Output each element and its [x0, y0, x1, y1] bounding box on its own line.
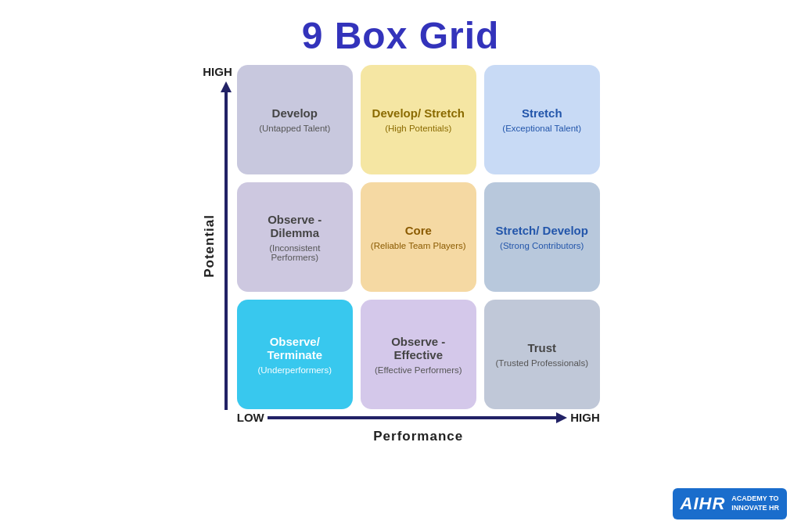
grid-box-stretch: Stretch(Exceptional Talent)	[484, 65, 600, 174]
box-title-develop: Develop	[272, 106, 318, 120]
grid-box-stretch-develop: Stretch/ Develop(Strong Contributors)	[484, 182, 600, 292]
x-arrow-right-icon	[556, 412, 567, 423]
y-axis-label: Potential	[202, 214, 217, 278]
box-title-stretch: Stretch	[522, 106, 562, 120]
chart-wrapper: HIGH Potential Develop(Untapped Talent)D…	[201, 65, 600, 444]
page-container: 9 Box Grid HIGH Potential Develop(Untapp…	[0, 0, 801, 532]
box-subtitle-observe-dilemma: (Inconsistent Performers)	[245, 243, 345, 262]
grid-box-develop-stretch: Develop/ Stretch(High Potentials)	[361, 65, 476, 174]
grid-box-observe-dilemma: Observe - Dilemma(Inconsistent Performer…	[237, 182, 353, 292]
box-subtitle-observe-effective: (Effective Performers)	[375, 365, 462, 375]
box-subtitle-observe-terminate: (Underperformers)	[257, 365, 332, 375]
x-axis-label: Performance	[373, 429, 463, 444]
box-subtitle-stretch-develop: (Strong Contributors)	[500, 241, 584, 250]
box-subtitle-core: (Reliable Team Players)	[371, 241, 466, 250]
nine-box-grid: Develop(Untapped Talent)Develop/ Stretch…	[237, 65, 600, 409]
aihr-logo: AIHR ACADEMY TOINNOVATE HR	[673, 488, 787, 519]
grid-box-trust: Trust(Trusted Professionals)	[484, 300, 600, 409]
box-title-stretch-develop: Stretch/ Develop	[496, 224, 588, 237]
grid-box-develop: Develop(Untapped Talent)	[237, 65, 353, 174]
box-title-observe-dilemma: Observe - Dilemma	[245, 213, 345, 239]
box-title-core: Core	[405, 224, 432, 237]
box-subtitle-develop: (Untapped Talent)	[259, 124, 330, 133]
x-axis-row: LOW HIGH	[237, 411, 600, 424]
grid-box-core: Core(Reliable Team Players)	[361, 182, 476, 292]
box-subtitle-develop-stretch: (High Potentials)	[385, 124, 451, 133]
box-subtitle-trust: (Trusted Professionals)	[496, 358, 588, 368]
box-title-develop-stretch: Develop/ Stretch	[372, 106, 465, 120]
box-title-trust: Trust	[527, 341, 556, 354]
aihr-sub-text: ACADEMY TOINNOVATE HR	[731, 494, 779, 512]
y-axis-line	[221, 81, 232, 410]
box-title-observe-effective: Observe - Effective	[368, 335, 469, 361]
x-low-label: LOW	[237, 411, 264, 424]
grid-box-observe-terminate: Observe/ Terminate(Underperformers)	[237, 300, 353, 409]
page-title: 9 Box Grid	[302, 14, 500, 57]
x-line	[268, 416, 557, 419]
grid-box-observe-effective: Observe - Effective(Effective Performers…	[361, 300, 476, 409]
x-line-wrap	[268, 412, 568, 423]
y-line	[224, 92, 228, 410]
box-title-observe-terminate: Observe/ Terminate	[245, 335, 345, 361]
y-axis-section: HIGH Potential	[201, 65, 232, 410]
right-section: Develop(Untapped Talent)Develop/ Stretch…	[237, 65, 600, 444]
y-arrow-up-icon	[221, 81, 232, 92]
x-axis-area: LOW HIGH Performance	[237, 411, 600, 444]
y-high-label: HIGH	[203, 65, 232, 78]
aihr-main-text: AIHR	[681, 494, 726, 514]
x-high-label: HIGH	[570, 411, 600, 424]
box-subtitle-stretch: (Exceptional Talent)	[502, 124, 581, 133]
